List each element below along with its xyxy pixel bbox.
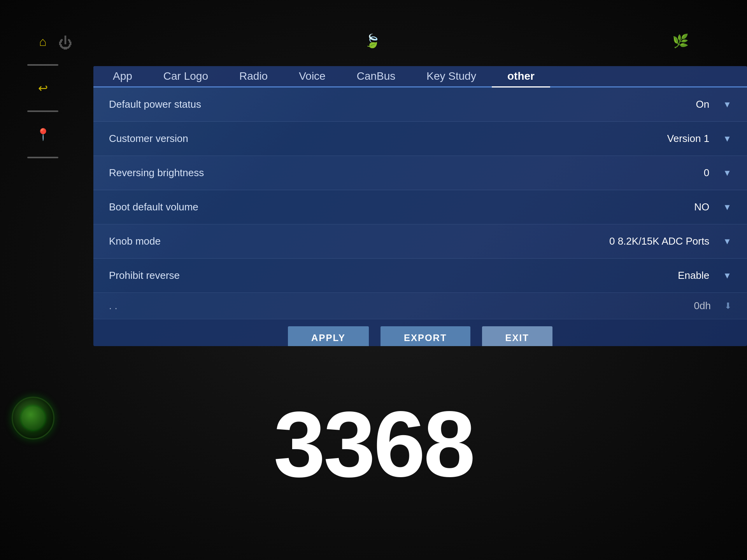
main-screen: App Car Logo Radio Voice CanBus Key Stud… — [93, 66, 747, 346]
setting-value-default-power[interactable]: On ▼ — [595, 98, 731, 110]
setting-value-text-partial: 0dh — [694, 300, 711, 312]
tab-key-study[interactable]: Key Study — [411, 66, 492, 86]
back-button[interactable]: ↩ — [29, 77, 56, 99]
dropdown-arrow-customer-version[interactable]: ▼ — [723, 134, 731, 144]
setting-row-boot-default-volume: Boot default volume NO ▼ — [93, 190, 747, 224]
setting-row-reversing-brightness: Reversing brightness 0 ▼ — [93, 156, 747, 190]
setting-row-knob-mode: Knob mode 0 8.2K/15K ADC Ports ▼ — [93, 224, 747, 259]
top-icons-bar: ⏻ 🍃 🌿 — [0, 23, 747, 51]
setting-value-text-reversing-brightness: 0 — [704, 167, 709, 179]
setting-value-text-knob-mode: 0 8.2K/15K ADC Ports — [609, 235, 709, 247]
export-button[interactable]: EXPORT — [381, 326, 470, 346]
setting-value-text-boot-default-volume: NO — [694, 201, 709, 213]
location-button[interactable]: 📍 — [29, 124, 56, 145]
home-button[interactable]: ⌂ — [29, 31, 56, 52]
setting-value-customer-version[interactable]: Version 1 ▼ — [595, 133, 731, 145]
bottom-action-bar: APPLY EXPORT EXIT — [93, 319, 747, 346]
tab-car-logo[interactable]: Car Logo — [148, 66, 224, 86]
top-right-icon: 🌿 — [672, 33, 689, 51]
tabs-bar: App Car Logo Radio Voice CanBus Key Stud… — [93, 66, 747, 88]
setting-value-reversing-brightness[interactable]: 0 ▼ — [595, 167, 731, 179]
setting-row-customer-version: Customer version Version 1 ▼ — [93, 122, 747, 156]
settings-list: Default power status On ▼ Customer versi… — [93, 88, 747, 319]
setting-value-prohibit-reverse[interactable]: Enable ▼ — [595, 270, 731, 282]
dropdown-arrow-knob-mode[interactable]: ▼ — [723, 236, 731, 247]
setting-value-text-customer-version: Version 1 — [667, 133, 709, 145]
dropdown-arrow-boot-default-volume[interactable]: ▼ — [723, 202, 731, 212]
tab-radio[interactable]: Radio — [224, 66, 283, 86]
setting-label-default-power: Default power status — [109, 98, 201, 110]
setting-label-prohibit-reverse: Prohibit reverse — [109, 270, 180, 282]
top-center-icon: 🍃 — [364, 33, 381, 51]
exit-button[interactable]: EXIT — [482, 326, 552, 346]
left-nav-panel: ⌂ ↩ 📍 — [0, 0, 86, 350]
setting-row-prohibit-reverse: Prohibit reverse Enable ▼ — [93, 259, 747, 293]
setting-label-boot-default-volume: Boot default volume — [109, 201, 198, 213]
bottom-number-overlay: 3368 — [0, 390, 747, 498]
setting-label-knob-mode: Knob mode — [109, 235, 161, 247]
dropdown-arrow-reversing-brightness[interactable]: ▼ — [723, 168, 731, 178]
setting-label-customer-version: Customer version — [109, 133, 188, 145]
setting-row-partial: . . 0dh ⬇ — [93, 293, 747, 319]
tab-voice[interactable]: Voice — [283, 66, 341, 86]
setting-value-text-default-power: On — [696, 98, 710, 110]
setting-label-partial: . . — [109, 300, 117, 312]
setting-label-reversing-brightness: Reversing brightness — [109, 167, 204, 179]
apply-button[interactable]: APPLY — [288, 326, 369, 346]
setting-row-default-power: Default power status On ▼ — [93, 88, 747, 122]
setting-value-text-prohibit-reverse: Enable — [678, 270, 709, 282]
setting-value-boot-default-volume[interactable]: NO ▼ — [595, 201, 731, 213]
tab-canbus[interactable]: CanBus — [341, 66, 411, 86]
dropdown-arrow-default-power[interactable]: ▼ — [723, 100, 731, 110]
dropdown-arrow-prohibit-reverse[interactable]: ▼ — [723, 271, 731, 281]
tab-app[interactable]: App — [97, 66, 148, 86]
setting-value-partial[interactable]: 0dh ⬇ — [595, 300, 731, 312]
setting-value-knob-mode[interactable]: 0 8.2K/15K ADC Ports ▼ — [595, 235, 731, 247]
dropdown-arrow-partial[interactable]: ⬇ — [724, 301, 731, 311]
tab-other[interactable]: other — [492, 66, 550, 86]
